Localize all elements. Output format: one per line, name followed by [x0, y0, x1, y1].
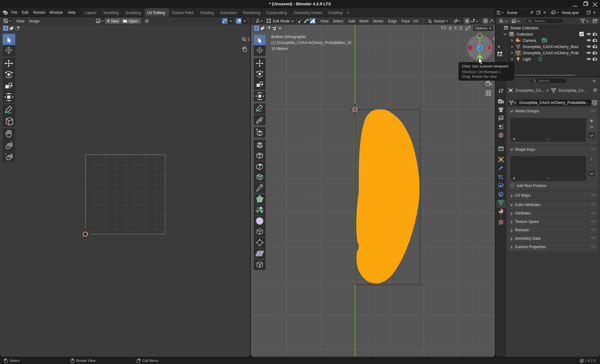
svg-text:-Z: -Z — [478, 46, 481, 50]
svg-text:X: X — [488, 46, 491, 50]
